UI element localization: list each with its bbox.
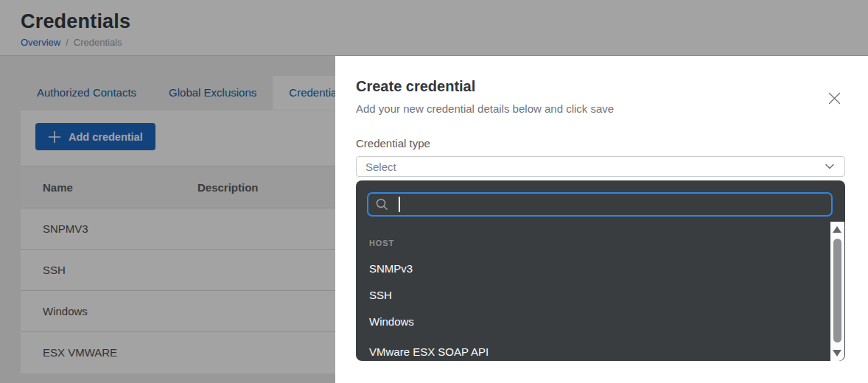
scrollbar-thumb[interactable] xyxy=(833,239,841,342)
option-vmware-esx-soap-api[interactable]: VMware ESX SOAP API xyxy=(369,345,489,358)
dropdown-scrollbar[interactable] xyxy=(830,222,844,361)
credentials-page: Credentials Overview / Credentials Autho… xyxy=(0,0,868,383)
option-snmpv3[interactable]: SNMPv3 xyxy=(369,262,413,275)
scroll-up-arrow-icon[interactable] xyxy=(833,226,841,233)
close-button[interactable] xyxy=(827,91,841,105)
option-ssh[interactable]: SSH xyxy=(369,289,392,301)
chevron-down-icon xyxy=(824,161,836,172)
close-icon xyxy=(828,92,841,105)
create-credential-drawer: Create credential Add your new credentia… xyxy=(335,56,868,383)
credential-type-label: Credential type xyxy=(356,137,845,150)
credential-type-dropdown: HOST SNMPv3 SSH Windows VMware ESX SOAP … xyxy=(356,180,845,361)
drawer-title: Create credential xyxy=(356,78,845,95)
option-group-host: HOST xyxy=(369,239,394,247)
drawer-subtitle: Add your new credential details below an… xyxy=(356,102,845,115)
select-placeholder: Select xyxy=(365,161,824,173)
dropdown-search-field xyxy=(367,192,833,217)
option-windows[interactable]: Windows xyxy=(369,315,414,328)
scroll-down-arrow-icon[interactable] xyxy=(833,350,841,356)
dropdown-search-input[interactable] xyxy=(368,194,831,215)
credential-type-select[interactable]: Select xyxy=(356,156,845,177)
